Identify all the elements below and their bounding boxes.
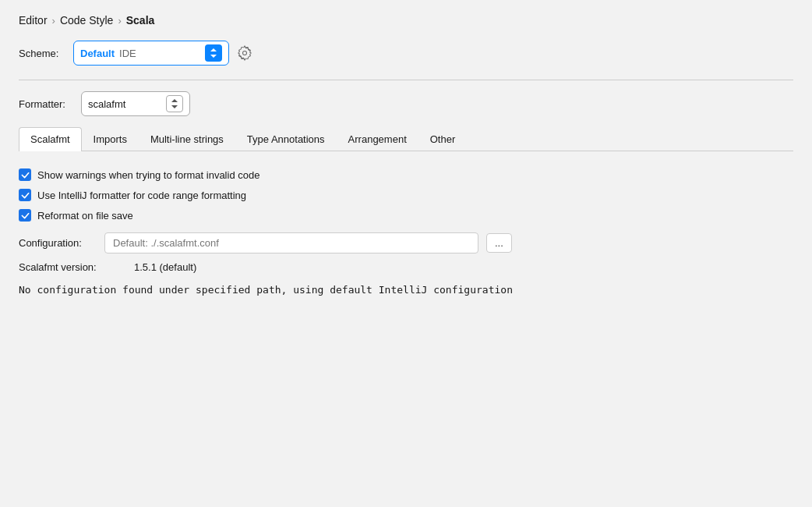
scheme-dropdown[interactable]: Default IDE [73, 41, 229, 66]
configuration-input[interactable] [104, 232, 478, 254]
version-label: Scalafmt version: [19, 261, 128, 273]
checkbox-show-warnings-label: Show warnings when trying to format inva… [37, 169, 259, 181]
checkbox-row-use-intellij: Use IntelliJ formatter for code range fo… [19, 189, 793, 201]
tab-content: Show warnings when trying to format inva… [19, 165, 793, 299]
version-row: Scalafmt version: 1.5.1 (default) [19, 261, 793, 273]
checkbox-show-warnings[interactable] [19, 168, 31, 181]
breadcrumb-part3: Scala [126, 14, 155, 27]
breadcrumb-part1: Editor [19, 14, 48, 27]
checkbox-row-reformat: Reformat on file save [19, 209, 793, 222]
configuration-browse-button[interactable]: ... [486, 233, 512, 253]
svg-marker-0 [210, 48, 217, 51]
version-value: 1.5.1 (default) [134, 261, 196, 273]
scheme-name: Default [80, 48, 115, 59]
breadcrumb-sep1: › [52, 15, 55, 27]
configuration-row: Configuration: ... [19, 232, 793, 254]
scheme-spinner-button[interactable] [205, 44, 222, 62]
scheme-type: IDE [119, 48, 136, 59]
checkbox-reformat[interactable] [19, 209, 31, 222]
divider [19, 80, 793, 80]
svg-marker-2 [171, 99, 178, 102]
tab-type-annotations[interactable]: Type Annotations [235, 127, 337, 151]
checkbox-use-intellij[interactable] [19, 189, 31, 201]
breadcrumb-sep2: › [118, 15, 121, 27]
scheme-gear-button[interactable] [237, 45, 252, 61]
configuration-label: Configuration: [19, 237, 97, 249]
formatter-value: scalafmt [88, 98, 125, 110]
warning-text: No configuration found under specified p… [19, 284, 793, 296]
checkbox-row-show-warnings: Show warnings when trying to format inva… [19, 168, 793, 181]
breadcrumb-part2: Code Style [60, 14, 113, 27]
tab-other[interactable]: Other [418, 127, 468, 151]
scheme-dropdown-text: Default IDE [80, 48, 136, 59]
scheme-row: Scheme: Default IDE [19, 41, 793, 66]
breadcrumb: Editor › Code Style › Scala [19, 14, 793, 27]
svg-marker-3 [171, 105, 178, 108]
formatter-row: Formatter: scalafmt [19, 91, 793, 116]
settings-page: Editor › Code Style › Scala Scheme: Defa… [0, 0, 812, 313]
checkbox-use-intellij-label: Use IntelliJ formatter for code range fo… [37, 190, 246, 201]
svg-marker-1 [210, 55, 217, 58]
tab-scalafmt[interactable]: Scalafmt [19, 127, 82, 151]
checkbox-reformat-label: Reformat on file save [37, 210, 133, 222]
formatter-dropdown[interactable]: scalafmt [81, 91, 190, 116]
scheme-label: Scheme: [19, 48, 65, 59]
formatter-label: Formatter: [19, 98, 73, 110]
tabs-bar: Scalafmt Imports Multi-line strings Type… [19, 127, 793, 151]
tab-imports[interactable]: Imports [82, 127, 139, 151]
tab-arrangement[interactable]: Arrangement [337, 127, 418, 151]
formatter-spinner-button[interactable] [166, 95, 183, 112]
tab-multi-line[interactable]: Multi-line strings [139, 127, 235, 151]
